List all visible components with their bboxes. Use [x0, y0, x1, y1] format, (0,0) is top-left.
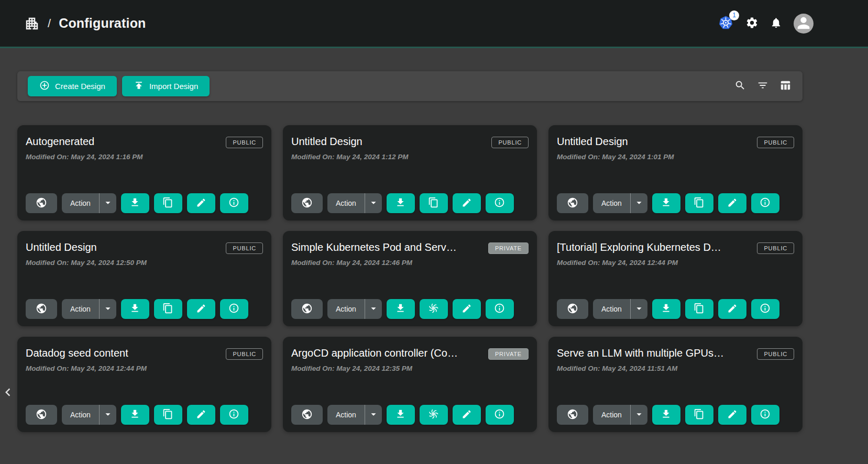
- edit-button[interactable]: [453, 405, 481, 425]
- action-button[interactable]: Action: [327, 299, 365, 319]
- modified-timestamp: Modified On: May 24, 2024 12:50 PM: [26, 259, 263, 267]
- action-split-button: Action: [62, 193, 116, 213]
- chevron-down-icon: [633, 197, 645, 210]
- action-dropdown-toggle[interactable]: [630, 405, 647, 425]
- copy-button[interactable]: [154, 193, 182, 213]
- table-view-button[interactable]: [779, 80, 791, 93]
- info-button[interactable]: [220, 193, 248, 213]
- info-button[interactable]: [220, 299, 248, 319]
- download-button[interactable]: [387, 405, 415, 425]
- download-button[interactable]: [387, 299, 415, 319]
- card-header: [Tutorial] Exploring Kubernetes D… PUBLI…: [557, 241, 794, 254]
- action-button[interactable]: Action: [327, 193, 365, 213]
- action-dropdown-toggle[interactable]: [99, 299, 116, 319]
- action-dropdown-toggle[interactable]: [365, 193, 382, 213]
- download-button[interactable]: [121, 405, 149, 425]
- visibility-badge: PUBLIC: [757, 348, 794, 360]
- info-button[interactable]: [486, 193, 514, 213]
- design-title: Datadog seed content: [26, 347, 128, 359]
- kanvas-design-button[interactable]: [420, 299, 448, 319]
- edit-button[interactable]: [453, 299, 481, 319]
- download-icon: [661, 303, 672, 315]
- kanvas-design-button[interactable]: [420, 405, 448, 425]
- edit-button[interactable]: [718, 405, 746, 425]
- settings-button[interactable]: [745, 16, 759, 31]
- modified-timestamp: Modified On: May 24, 2024 12:44 PM: [557, 259, 794, 267]
- edit-button[interactable]: [187, 299, 215, 319]
- publish-globe-button[interactable]: [557, 193, 588, 213]
- chevron-down-icon: [368, 408, 379, 422]
- download-button[interactable]: [121, 299, 149, 319]
- publish-globe-button[interactable]: [291, 405, 323, 425]
- download-button[interactable]: [387, 193, 415, 213]
- publish-globe-button[interactable]: [557, 405, 588, 425]
- kubernetes-context-button[interactable]: 1: [718, 15, 734, 32]
- action-dropdown-toggle[interactable]: [630, 299, 647, 319]
- action-dropdown-toggle[interactable]: [365, 405, 382, 425]
- design-title: Serve an LLM with multiple GPUs…: [557, 347, 724, 359]
- edit-button[interactable]: [718, 193, 746, 213]
- create-design-label: Create Design: [55, 82, 105, 91]
- publish-globe-button[interactable]: [291, 299, 323, 319]
- edit-button[interactable]: [187, 193, 215, 213]
- action-button[interactable]: Action: [593, 193, 630, 213]
- action-dropdown-toggle[interactable]: [630, 193, 647, 213]
- card-action-row: Action: [26, 299, 263, 319]
- action-dropdown-toggle[interactable]: [99, 193, 116, 213]
- info-button[interactable]: [486, 299, 514, 319]
- info-button[interactable]: [751, 193, 779, 213]
- copy-button[interactable]: [154, 405, 182, 425]
- import-design-label: Import Design: [149, 82, 198, 91]
- copy-button[interactable]: [685, 405, 713, 425]
- action-button[interactable]: Action: [593, 405, 630, 425]
- info-button[interactable]: [220, 405, 248, 425]
- organization-building-icon[interactable]: [24, 16, 40, 31]
- action-button[interactable]: Action: [62, 405, 99, 425]
- chevron-down-icon: [368, 197, 379, 210]
- edit-button[interactable]: [718, 299, 746, 319]
- card-header: Autogenerated PUBLIC: [26, 136, 263, 148]
- action-button[interactable]: Action: [62, 193, 99, 213]
- edit-pencil-icon: [462, 409, 472, 421]
- info-button[interactable]: [486, 405, 514, 425]
- notifications-button[interactable]: [770, 17, 782, 30]
- info-button[interactable]: [751, 405, 779, 425]
- visibility-badge: PUBLIC: [226, 137, 263, 148]
- user-avatar[interactable]: [794, 14, 814, 34]
- copy-icon: [428, 197, 439, 209]
- copy-button[interactable]: [420, 193, 448, 213]
- copy-button[interactable]: [154, 299, 182, 319]
- download-icon: [661, 408, 672, 421]
- publish-globe-button[interactable]: [26, 405, 57, 425]
- design-card: Untitled Design PUBLIC Modified On: May …: [283, 125, 537, 220]
- copy-icon: [162, 408, 173, 421]
- action-dropdown-toggle[interactable]: [365, 299, 382, 319]
- action-button[interactable]: Action: [327, 405, 365, 425]
- edit-button[interactable]: [187, 405, 215, 425]
- create-design-button[interactable]: Create Design: [28, 76, 117, 96]
- publish-globe-button[interactable]: [26, 299, 57, 319]
- visibility-badge: PUBLIC: [226, 242, 263, 254]
- publish-globe-button[interactable]: [557, 299, 588, 319]
- action-button[interactable]: Action: [62, 299, 99, 319]
- action-dropdown-toggle[interactable]: [99, 405, 116, 425]
- collapse-chevron-left[interactable]: [0, 383, 16, 403]
- edit-pencil-icon: [462, 303, 472, 315]
- download-button[interactable]: [652, 299, 680, 319]
- filter-button[interactable]: [757, 80, 768, 93]
- publish-globe-button[interactable]: [291, 193, 323, 213]
- edit-pencil-icon: [727, 197, 738, 209]
- edit-button[interactable]: [453, 193, 481, 213]
- modified-timestamp: Modified On: May 24, 2024 1:12 PM: [291, 153, 529, 161]
- card-action-row: Action: [291, 405, 529, 425]
- download-button[interactable]: [652, 405, 680, 425]
- publish-globe-button[interactable]: [26, 193, 57, 213]
- copy-button[interactable]: [685, 299, 713, 319]
- import-design-button[interactable]: Import Design: [122, 76, 210, 96]
- download-button[interactable]: [121, 193, 149, 213]
- copy-button[interactable]: [685, 193, 713, 213]
- info-button[interactable]: [751, 299, 779, 319]
- download-button[interactable]: [652, 193, 680, 213]
- action-button[interactable]: Action: [593, 299, 630, 319]
- search-button[interactable]: [734, 80, 746, 93]
